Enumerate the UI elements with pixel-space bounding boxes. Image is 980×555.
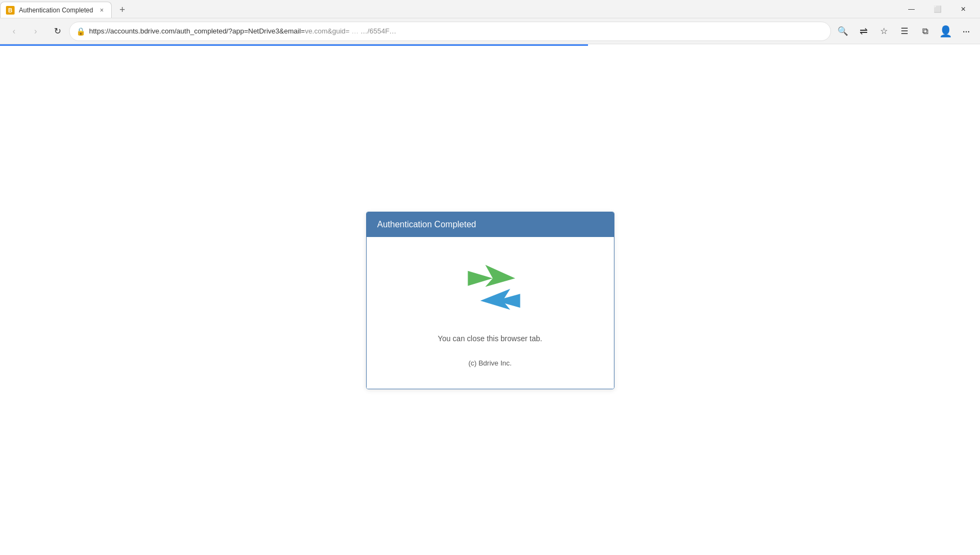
back-button[interactable]: ‹: [4, 22, 24, 41]
navigation-bar: ‹ › ↻ 🔒 https://accounts.bdrive.com/auth…: [0, 18, 980, 44]
bdrive-logo: [458, 259, 523, 318]
new-tab-button[interactable]: +: [114, 2, 130, 18]
auth-card-title: Authentication Completed: [377, 220, 476, 229]
minimize-button[interactable]: —: [899, 0, 924, 18]
lock-icon: 🔒: [76, 27, 85, 36]
auth-message: You can close this browser tab.: [438, 334, 542, 343]
tab-favicon: B: [6, 6, 15, 15]
maximize-button[interactable]: ⬜: [925, 0, 950, 18]
address-bar[interactable]: 🔒 https://accounts.bdrive.com/auth_compl…: [69, 22, 831, 41]
forward-button[interactable]: ›: [26, 22, 45, 41]
auth-copyright: (c) Bdrive Inc.: [468, 359, 511, 367]
tab-close-button[interactable]: ×: [97, 6, 106, 15]
close-button[interactable]: ✕: [951, 0, 976, 18]
search-icon-button[interactable]: 🔍: [833, 22, 853, 41]
active-tab[interactable]: B Authentication Completed ×: [0, 2, 112, 18]
address-bar-container[interactable]: 🔒 https://accounts.bdrive.com/auth_compl…: [69, 22, 831, 41]
page-content: Authentication Completed: [0, 46, 980, 555]
svg-marker-0: [485, 265, 515, 287]
reading-list-button[interactable]: ☰: [895, 22, 914, 41]
address-text: https://accounts.bdrive.com/auth_complet…: [89, 27, 396, 35]
favorite-button[interactable]: ☆: [874, 22, 894, 41]
browser-window: B Authentication Completed × + — ⬜ ✕ ‹ ›…: [0, 0, 980, 555]
reload-button[interactable]: ↻: [48, 22, 67, 41]
nav-right-buttons: 🔍 ⇌ ☆ ☰ ⧉ 👤 ···: [833, 22, 976, 41]
profile-button[interactable]: 👤: [936, 22, 955, 41]
title-bar: B Authentication Completed × + — ⬜ ✕: [0, 0, 980, 18]
window-controls: — ⬜ ✕: [895, 0, 980, 18]
tab-manager-button[interactable]: ⧉: [915, 22, 935, 41]
auth-card-header: Authentication Completed: [367, 212, 614, 237]
auth-completed-card: Authentication Completed: [366, 212, 614, 389]
tab-title: Authentication Completed: [19, 6, 93, 14]
translate-button[interactable]: ⇌: [854, 22, 873, 41]
tabs-area: B Authentication Completed × +: [0, 0, 895, 18]
more-options-button[interactable]: ···: [956, 22, 976, 41]
auth-card-body: You can close this browser tab. (c) Bdri…: [367, 237, 614, 389]
